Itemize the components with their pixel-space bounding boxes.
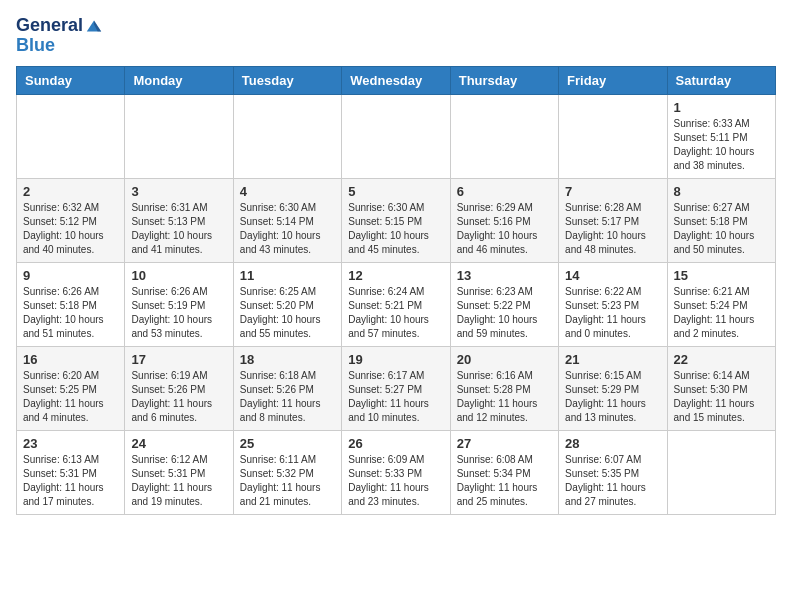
day-number: 16 — [23, 352, 118, 367]
calendar-cell-w4d2: 17Sunrise: 6:19 AM Sunset: 5:26 PM Dayli… — [125, 346, 233, 430]
day-number: 12 — [348, 268, 443, 283]
weekday-header-thursday: Thursday — [450, 66, 558, 94]
day-number: 28 — [565, 436, 660, 451]
weekday-header-friday: Friday — [559, 66, 667, 94]
day-info: Sunrise: 6:20 AM Sunset: 5:25 PM Dayligh… — [23, 369, 118, 425]
day-info: Sunrise: 6:11 AM Sunset: 5:32 PM Dayligh… — [240, 453, 335, 509]
day-number: 27 — [457, 436, 552, 451]
calendar-cell-w5d1: 23Sunrise: 6:13 AM Sunset: 5:31 PM Dayli… — [17, 430, 125, 514]
day-number: 20 — [457, 352, 552, 367]
week-row-2: 2Sunrise: 6:32 AM Sunset: 5:12 PM Daylig… — [17, 178, 776, 262]
day-info: Sunrise: 6:26 AM Sunset: 5:18 PM Dayligh… — [23, 285, 118, 341]
day-info: Sunrise: 6:28 AM Sunset: 5:17 PM Dayligh… — [565, 201, 660, 257]
day-info: Sunrise: 6:14 AM Sunset: 5:30 PM Dayligh… — [674, 369, 769, 425]
day-info: Sunrise: 6:16 AM Sunset: 5:28 PM Dayligh… — [457, 369, 552, 425]
day-number: 6 — [457, 184, 552, 199]
week-row-3: 9Sunrise: 6:26 AM Sunset: 5:18 PM Daylig… — [17, 262, 776, 346]
logo: General Blue — [16, 16, 103, 56]
day-number: 17 — [131, 352, 226, 367]
calendar-cell-w5d2: 24Sunrise: 6:12 AM Sunset: 5:31 PM Dayli… — [125, 430, 233, 514]
logo-blue: Blue — [16, 36, 103, 56]
day-number: 15 — [674, 268, 769, 283]
calendar-cell-w4d7: 22Sunrise: 6:14 AM Sunset: 5:30 PM Dayli… — [667, 346, 775, 430]
day-number: 4 — [240, 184, 335, 199]
week-row-1: 1Sunrise: 6:33 AM Sunset: 5:11 PM Daylig… — [17, 94, 776, 178]
calendar-cell-w5d3: 25Sunrise: 6:11 AM Sunset: 5:32 PM Dayli… — [233, 430, 341, 514]
day-info: Sunrise: 6:22 AM Sunset: 5:23 PM Dayligh… — [565, 285, 660, 341]
day-info: Sunrise: 6:24 AM Sunset: 5:21 PM Dayligh… — [348, 285, 443, 341]
day-number: 3 — [131, 184, 226, 199]
calendar-cell-w1d2 — [125, 94, 233, 178]
calendar-cell-w1d5 — [450, 94, 558, 178]
day-number: 10 — [131, 268, 226, 283]
day-number: 9 — [23, 268, 118, 283]
day-number: 21 — [565, 352, 660, 367]
day-info: Sunrise: 6:33 AM Sunset: 5:11 PM Dayligh… — [674, 117, 769, 173]
day-number: 5 — [348, 184, 443, 199]
day-number: 23 — [23, 436, 118, 451]
day-info: Sunrise: 6:25 AM Sunset: 5:20 PM Dayligh… — [240, 285, 335, 341]
day-info: Sunrise: 6:21 AM Sunset: 5:24 PM Dayligh… — [674, 285, 769, 341]
calendar-table: SundayMondayTuesdayWednesdayThursdayFrid… — [16, 66, 776, 515]
calendar-cell-w1d3 — [233, 94, 341, 178]
day-number: 2 — [23, 184, 118, 199]
day-info: Sunrise: 6:15 AM Sunset: 5:29 PM Dayligh… — [565, 369, 660, 425]
day-number: 13 — [457, 268, 552, 283]
day-info: Sunrise: 6:13 AM Sunset: 5:31 PM Dayligh… — [23, 453, 118, 509]
calendar-cell-w4d6: 21Sunrise: 6:15 AM Sunset: 5:29 PM Dayli… — [559, 346, 667, 430]
calendar-cell-w3d6: 14Sunrise: 6:22 AM Sunset: 5:23 PM Dayli… — [559, 262, 667, 346]
day-info: Sunrise: 6:31 AM Sunset: 5:13 PM Dayligh… — [131, 201, 226, 257]
calendar-cell-w4d3: 18Sunrise: 6:18 AM Sunset: 5:26 PM Dayli… — [233, 346, 341, 430]
day-number: 26 — [348, 436, 443, 451]
calendar-cell-w4d5: 20Sunrise: 6:16 AM Sunset: 5:28 PM Dayli… — [450, 346, 558, 430]
day-info: Sunrise: 6:08 AM Sunset: 5:34 PM Dayligh… — [457, 453, 552, 509]
day-number: 22 — [674, 352, 769, 367]
calendar-cell-w4d4: 19Sunrise: 6:17 AM Sunset: 5:27 PM Dayli… — [342, 346, 450, 430]
day-info: Sunrise: 6:30 AM Sunset: 5:15 PM Dayligh… — [348, 201, 443, 257]
day-info: Sunrise: 6:23 AM Sunset: 5:22 PM Dayligh… — [457, 285, 552, 341]
calendar-cell-w3d4: 12Sunrise: 6:24 AM Sunset: 5:21 PM Dayli… — [342, 262, 450, 346]
weekday-header-sunday: Sunday — [17, 66, 125, 94]
day-info: Sunrise: 6:29 AM Sunset: 5:16 PM Dayligh… — [457, 201, 552, 257]
calendar-cell-w2d2: 3Sunrise: 6:31 AM Sunset: 5:13 PM Daylig… — [125, 178, 233, 262]
calendar-cell-w3d3: 11Sunrise: 6:25 AM Sunset: 5:20 PM Dayli… — [233, 262, 341, 346]
weekday-header-saturday: Saturday — [667, 66, 775, 94]
calendar-cell-w2d7: 8Sunrise: 6:27 AM Sunset: 5:18 PM Daylig… — [667, 178, 775, 262]
calendar-cell-w3d5: 13Sunrise: 6:23 AM Sunset: 5:22 PM Dayli… — [450, 262, 558, 346]
day-info: Sunrise: 6:32 AM Sunset: 5:12 PM Dayligh… — [23, 201, 118, 257]
calendar-cell-w3d2: 10Sunrise: 6:26 AM Sunset: 5:19 PM Dayli… — [125, 262, 233, 346]
day-number: 24 — [131, 436, 226, 451]
calendar-cell-w2d3: 4Sunrise: 6:30 AM Sunset: 5:14 PM Daylig… — [233, 178, 341, 262]
calendar-cell-w1d4 — [342, 94, 450, 178]
weekday-header-row: SundayMondayTuesdayWednesdayThursdayFrid… — [17, 66, 776, 94]
day-info: Sunrise: 6:30 AM Sunset: 5:14 PM Dayligh… — [240, 201, 335, 257]
day-number: 11 — [240, 268, 335, 283]
calendar-cell-w2d4: 5Sunrise: 6:30 AM Sunset: 5:15 PM Daylig… — [342, 178, 450, 262]
calendar-cell-w2d6: 7Sunrise: 6:28 AM Sunset: 5:17 PM Daylig… — [559, 178, 667, 262]
week-row-5: 23Sunrise: 6:13 AM Sunset: 5:31 PM Dayli… — [17, 430, 776, 514]
calendar-cell-w2d1: 2Sunrise: 6:32 AM Sunset: 5:12 PM Daylig… — [17, 178, 125, 262]
day-info: Sunrise: 6:18 AM Sunset: 5:26 PM Dayligh… — [240, 369, 335, 425]
day-number: 18 — [240, 352, 335, 367]
calendar-cell-w4d1: 16Sunrise: 6:20 AM Sunset: 5:25 PM Dayli… — [17, 346, 125, 430]
day-number: 19 — [348, 352, 443, 367]
day-info: Sunrise: 6:09 AM Sunset: 5:33 PM Dayligh… — [348, 453, 443, 509]
day-info: Sunrise: 6:17 AM Sunset: 5:27 PM Dayligh… — [348, 369, 443, 425]
day-number: 7 — [565, 184, 660, 199]
day-info: Sunrise: 6:07 AM Sunset: 5:35 PM Dayligh… — [565, 453, 660, 509]
day-info: Sunrise: 6:19 AM Sunset: 5:26 PM Dayligh… — [131, 369, 226, 425]
calendar-cell-w5d5: 27Sunrise: 6:08 AM Sunset: 5:34 PM Dayli… — [450, 430, 558, 514]
weekday-header-tuesday: Tuesday — [233, 66, 341, 94]
logo-general: General — [16, 16, 83, 36]
week-row-4: 16Sunrise: 6:20 AM Sunset: 5:25 PM Dayli… — [17, 346, 776, 430]
calendar-cell-w5d6: 28Sunrise: 6:07 AM Sunset: 5:35 PM Dayli… — [559, 430, 667, 514]
day-number: 14 — [565, 268, 660, 283]
day-info: Sunrise: 6:26 AM Sunset: 5:19 PM Dayligh… — [131, 285, 226, 341]
weekday-header-monday: Monday — [125, 66, 233, 94]
day-number: 25 — [240, 436, 335, 451]
calendar-cell-w1d7: 1Sunrise: 6:33 AM Sunset: 5:11 PM Daylig… — [667, 94, 775, 178]
calendar-cell-w3d7: 15Sunrise: 6:21 AM Sunset: 5:24 PM Dayli… — [667, 262, 775, 346]
calendar-cell-w5d7 — [667, 430, 775, 514]
day-info: Sunrise: 6:27 AM Sunset: 5:18 PM Dayligh… — [674, 201, 769, 257]
calendar-cell-w3d1: 9Sunrise: 6:26 AM Sunset: 5:18 PM Daylig… — [17, 262, 125, 346]
